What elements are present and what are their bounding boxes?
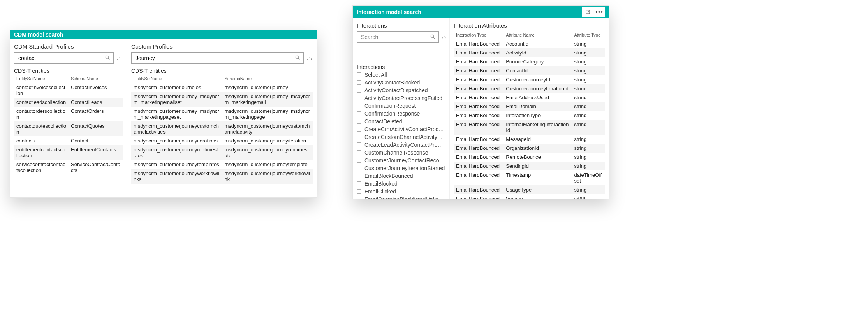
interaction-option[interactable]: EmailBlockBounced [357,172,445,180]
interaction-option[interactable]: CreateCustomChannelActivityContactProc… [357,133,445,141]
table-row[interactable]: EmailHardBouncedInternalMarketingInterac… [454,120,605,135]
table-row[interactable]: EmailHardBouncedEmailDomainstring [454,102,605,111]
table-row[interactable]: EmailHardBouncedInteractionTypestring [454,111,605,120]
interaction-option[interactable]: Select All [357,71,445,79]
table-row[interactable]: EmailHardBouncedMessageIdstring [454,135,605,144]
interaction-option[interactable]: EmailClicked [357,188,445,195]
table-cell: string [572,93,605,102]
more-options-button[interactable]: ••• [593,7,605,17]
interactions-search-input[interactable] [360,33,430,40]
interaction-option[interactable]: ContactDeleted [357,118,445,125]
table-row[interactable]: EmailHardBouncedOrganizationIdstring [454,144,605,153]
table-cell: contactquotescollection [14,121,69,136]
table-row[interactable]: EmailHardBouncedUsageTypestring [454,185,605,194]
column-header[interactable]: EntitySetName [131,75,222,83]
checkbox-icon [357,119,361,124]
checkbox-icon [357,174,361,178]
cdm-model-search-panel: CDM model search CDM Standard Profiles [10,30,317,198]
interactions-title: Interactions [357,22,445,29]
cdm-custom-search-input[interactable] [135,54,295,61]
table-row[interactable]: servicecontractcontactscollectionService… [14,160,123,175]
table-row[interactable]: msdyncrm_customerjourneyiterationsmsdync… [131,136,313,145]
clear-icon[interactable] [441,33,447,40]
interaction-option[interactable]: EmailContainsBlacklistedLinks [357,195,445,199]
column-header[interactable]: EntitySetName [14,75,69,83]
table-row[interactable]: msdyncrm_customerjourneiesmsdyncrm_custo… [131,83,313,92]
table-row[interactable]: EmailHardBouncedBounceCategorystring [454,57,605,66]
table-cell: msdyncrm_customerjourney_msdyncrm_market… [222,107,313,121]
table-cell: int64 [572,194,605,199]
table-row[interactable]: EmailHardBouncedSendingIdstring [454,162,605,170]
table-cell: msdyncrm_customerjourneyruntimestates [131,145,222,160]
column-header[interactable]: Interaction Type [454,31,504,39]
checkbox-icon [357,181,361,186]
interaction-option[interactable]: ActivityContactProcessingFailed [357,94,445,102]
cdm-standard-search-box[interactable] [14,52,114,64]
table-row[interactable]: EmailHardBouncedRemoteBouncestring [454,153,605,162]
interaction-option[interactable]: EmailBlocked [357,180,445,188]
table-row[interactable]: contactleadscollectionContactLeads [14,98,123,107]
table-cell: msdyncrm_customerjourneycustomchannelact… [222,121,313,136]
table-row[interactable]: contactorderscollectionContactOrders [14,107,123,121]
focus-mode-button[interactable] [582,7,593,17]
table-cell: msdyncrm_customerjourneyiteration [222,136,313,145]
interaction-option-label: ContactDeleted [364,118,402,125]
table-row[interactable]: EmailHardBouncedEmailAddressUsedstring [454,93,605,102]
table-row[interactable]: EmailHardBouncedCustomerJourneyIteration… [454,84,605,93]
table-row[interactable]: contactquotescollectionContactQuotes [14,121,123,136]
interaction-option-label: EmailContainsBlacklistedLinks [364,196,438,199]
interaction-option-label: CustomerJourneyContactRecordUpdated [364,157,445,163]
table-cell: ContactLeads [69,98,123,107]
cdm-standard-profiles-column: CDM Standard Profiles CDS-T entities Ent… [10,39,127,188]
table-cell: msdyncrm_customerjourney [222,83,313,92]
table-row[interactable]: entitlementcontactscollectionEntitlement… [14,145,123,160]
column-header[interactable]: Attribute Type [572,31,605,39]
table-row[interactable]: contactinvoicescollectionContactInvoices [14,83,123,98]
table-row[interactable]: msdyncrm_customerjourneyworkflowlinksmsd… [131,169,313,184]
table-row[interactable]: EmailHardBouncedCustomerJourneyIdstring [454,75,605,84]
column-header[interactable]: SchemaName [222,75,313,83]
interactions-column: Interactions Interactions Select AllActi… [353,18,449,199]
table-cell: EmailHardBounced [454,144,504,153]
interaction-option[interactable]: CustomerJourneyContactRecordUpdated [357,156,445,164]
table-cell: string [572,153,605,162]
clear-icon[interactable] [116,54,123,61]
interaction-option[interactable]: CreateLeadActivityContactProcessed [357,141,445,149]
interaction-option[interactable]: ActivityContactDispatched [357,86,445,94]
table-cell: ActivityId [504,48,572,57]
table-cell: contactleadscollection [14,98,69,107]
table-cell: msdyncrm_customerjourneyworkflowlinks [131,169,222,184]
checkbox-icon [357,111,361,116]
table-row[interactable]: EmailHardBouncedAccountIdstring [454,39,605,49]
table-row[interactable]: msdyncrm_customerjourneycustomchannelact… [131,121,313,136]
column-header[interactable]: Attribute Name [504,31,572,39]
interaction-option[interactable]: ConfirmationRequest [357,102,445,110]
table-cell: EmailHardBounced [454,120,504,135]
search-icon [430,34,435,40]
table-cell: msdyncrm_customerjourneyruntimestate [222,145,313,160]
table-cell: msdyncrm_customerjourneyiterations [131,136,222,145]
svg-rect-4 [586,10,589,14]
interaction-option[interactable]: CustomChannelResponse [357,149,445,156]
table-row[interactable]: EmailHardBouncedTimestampdateTimeOffset [454,170,605,185]
cdm-custom-profiles-column: Custom Profiles CDS-T entities EntitySet… [127,39,317,188]
table-row[interactable]: msdyncrm_customerjourney_msdyncrm_market… [131,92,313,107]
table-cell: UsageType [504,185,572,194]
table-row[interactable]: msdyncrm_customerjourneytemplatesmsdyncr… [131,160,313,169]
interaction-option[interactable]: CustomerJourneyIterationStarted [357,164,445,172]
table-row[interactable]: EmailHardBouncedContactIdstring [454,66,605,75]
interaction-option[interactable]: ConfirmationResponse [357,110,445,118]
cdm-standard-search-input[interactable] [18,54,105,61]
table-row[interactable]: EmailHardBouncedVersionint64 [454,194,605,199]
svg-point-6 [431,35,433,37]
interactions-search-box[interactable] [357,31,439,43]
interaction-option[interactable]: CreateCrmActivityContactProcessed [357,125,445,133]
clear-icon[interactable] [306,54,313,61]
table-row[interactable]: msdyncrm_customerjourneyruntimestatesmsd… [131,145,313,160]
table-row[interactable]: contactsContact [14,136,123,145]
interaction-option[interactable]: ActivityContactBlocked [357,79,445,86]
cdm-custom-search-box[interactable] [131,52,304,64]
table-row[interactable]: msdyncrm_customerjourney_msdyncrm_market… [131,107,313,121]
table-row[interactable]: EmailHardBouncedActivityIdstring [454,48,605,57]
column-header[interactable]: SchemaName [69,75,123,83]
